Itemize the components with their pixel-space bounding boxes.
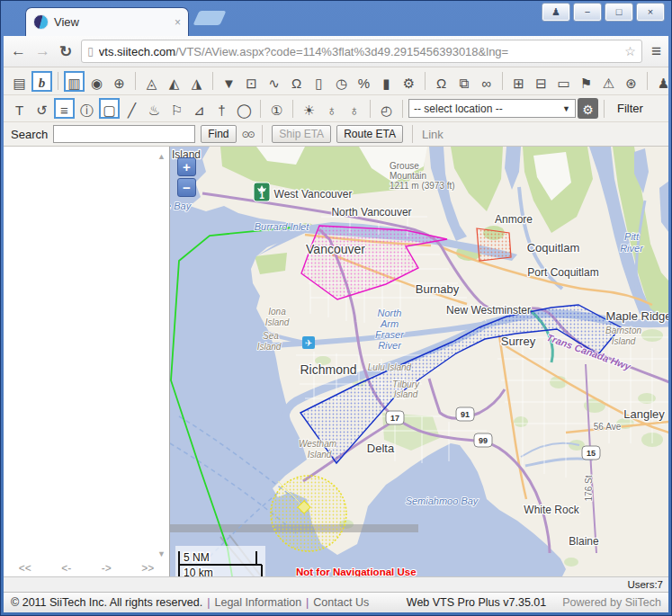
maximize-button[interactable]: □ bbox=[605, 3, 633, 22]
tab-title: View bbox=[54, 15, 169, 29]
svg-text:Fraser: Fraser bbox=[375, 329, 405, 340]
ship-eta-button[interactable]: Ship ETA bbox=[272, 125, 331, 143]
page-prev-button[interactable]: <- bbox=[61, 562, 71, 575]
light-on-button[interactable]: ☀ bbox=[299, 98, 319, 119]
pin-button[interactable]: † bbox=[211, 98, 232, 119]
profile-button[interactable]: ♟ bbox=[542, 3, 570, 22]
message-button[interactable]: ▭ bbox=[553, 71, 574, 92]
page-number-button[interactable]: ① bbox=[266, 98, 287, 119]
engine-button[interactable]: ⚙ bbox=[399, 71, 419, 92]
page-last-button[interactable]: >> bbox=[141, 562, 154, 575]
marquee-select-button[interactable]: ⊡ bbox=[241, 71, 262, 92]
zone-red[interactable] bbox=[477, 228, 511, 261]
back-icon[interactable]: ← bbox=[11, 42, 26, 60]
route-polyline-button[interactable]: ∿ bbox=[264, 71, 284, 92]
svg-text:1: 1 bbox=[259, 191, 264, 201]
light-off-button[interactable]: ♁ bbox=[321, 98, 342, 119]
user-button[interactable]: ♟ bbox=[653, 71, 672, 92]
weather-button[interactable]: ♨ bbox=[144, 98, 165, 119]
powered-by: Powered by SiiTech bbox=[562, 596, 661, 609]
page-first-button[interactable]: << bbox=[19, 562, 31, 575]
route-link-button[interactable]: % bbox=[354, 71, 374, 92]
scroll-up-icon[interactable]: ▲ bbox=[157, 152, 166, 161]
siitech-favicon bbox=[33, 14, 49, 30]
page-icon: ▯ bbox=[87, 45, 94, 58]
browser-tab[interactable]: View × bbox=[25, 7, 189, 36]
address-bar[interactable]: ▯ vts.siitech.com/VTS/AView.aspx?code=11… bbox=[81, 40, 642, 63]
svg-text:Island: Island bbox=[612, 336, 636, 346]
link-label[interactable]: Link bbox=[422, 128, 444, 141]
circle-region-button[interactable]: ◯ bbox=[234, 98, 255, 119]
search-bar: Search Find ⊙⊙ Ship ETA Route ETA Link bbox=[4, 122, 668, 147]
flag-button[interactable]: ⚑ bbox=[576, 71, 596, 92]
world-map-button[interactable]: ◉ bbox=[86, 71, 107, 92]
menu-icon[interactable]: ≡ bbox=[651, 41, 661, 61]
find-button[interactable]: Find bbox=[201, 125, 236, 143]
settings-gear-button[interactable]: ⚙ bbox=[578, 98, 598, 119]
callout-button[interactable]: ▢ bbox=[99, 98, 120, 119]
filter-funnel-button[interactable]: ▼ bbox=[219, 71, 239, 92]
svg-text:Grouse: Grouse bbox=[390, 161, 419, 171]
bing-maps-button[interactable]: b bbox=[31, 71, 52, 92]
tab-close-icon[interactable]: × bbox=[175, 16, 181, 29]
binoculars-icon[interactable]: ⊙⊙ bbox=[242, 129, 254, 139]
zoom-out-button[interactable]: − bbox=[177, 178, 196, 197]
layers-button[interactable]: ▤ bbox=[9, 71, 30, 92]
filter-label[interactable]: Filter bbox=[617, 102, 643, 115]
svg-text:15: 15 bbox=[587, 449, 596, 458]
location-select[interactable]: -- select location -- ▼ bbox=[408, 99, 576, 118]
svg-text:56 Ave: 56 Ave bbox=[594, 422, 622, 432]
undo-button[interactable]: ↺ bbox=[31, 98, 52, 119]
minimize-button[interactable]: − bbox=[573, 3, 602, 22]
gauge-button[interactable]: ◴ bbox=[376, 98, 397, 119]
globe-button[interactable]: ⊕ bbox=[109, 71, 130, 92]
map-canvas[interactable]: ✈ 1 17 91 bbox=[170, 147, 668, 576]
text-label-button[interactable]: T bbox=[9, 98, 30, 119]
lamp-button[interactable]: ♁ bbox=[344, 98, 364, 119]
svg-text:Surrey: Surrey bbox=[501, 335, 536, 348]
history-clock-button[interactable]: ◷ bbox=[331, 71, 352, 92]
map-svg[interactable]: ✈ 1 17 91 bbox=[170, 147, 668, 576]
svg-text:Burrard Inlet: Burrard Inlet bbox=[255, 221, 309, 232]
report-button[interactable]: ▯ bbox=[309, 71, 329, 92]
zone-yellow-circle[interactable] bbox=[271, 476, 346, 551]
url-path: /VTS/AView.aspx?code=114%3flat%3d49.2915… bbox=[175, 45, 508, 58]
svg-text:Semiahmoo Bay: Semiahmoo Bay bbox=[406, 495, 479, 506]
fuel-button[interactable]: ▮ bbox=[376, 71, 397, 92]
outbox-button[interactable]: ⊟ bbox=[531, 71, 551, 92]
chart-button[interactable]: ⊿ bbox=[189, 98, 210, 119]
list-view-button[interactable]: ≡ bbox=[54, 98, 75, 119]
bookmark-star-icon[interactable]: ☆ bbox=[624, 44, 636, 58]
active-alarm-button[interactable]: Ω bbox=[431, 71, 452, 92]
info-button[interactable]: ⓘ bbox=[76, 98, 97, 119]
scroll-down-icon[interactable]: ▼ bbox=[157, 549, 166, 558]
copy-report-button[interactable]: ⧉ bbox=[453, 71, 474, 92]
new-tab-button[interactable] bbox=[193, 11, 226, 25]
search-input[interactable] bbox=[53, 125, 195, 143]
zoom-region-select-button[interactable]: ◭ bbox=[164, 71, 184, 92]
page-next-button[interactable]: -> bbox=[102, 562, 112, 575]
svg-text:White Rock: White Rock bbox=[524, 504, 579, 516]
satellite-button[interactable]: ⊛ bbox=[621, 71, 641, 92]
voicemail-button[interactable]: ∞ bbox=[476, 71, 497, 92]
warning-button[interactable]: ⚠ bbox=[598, 71, 619, 92]
svg-text:Mountain: Mountain bbox=[390, 171, 426, 181]
close-button[interactable]: × bbox=[636, 3, 665, 22]
inbox-button[interactable]: ⊞ bbox=[508, 71, 529, 92]
svg-text:Blaine: Blaine bbox=[569, 535, 599, 548]
alerts-bell-button[interactable]: Ω bbox=[286, 71, 307, 92]
route-eta-button[interactable]: Route ETA bbox=[336, 125, 403, 143]
svg-text:West Vancouver: West Vancouver bbox=[274, 188, 353, 201]
legal-information-link[interactable]: Legal Information bbox=[215, 596, 302, 609]
zoom-in-button[interactable]: + bbox=[177, 157, 196, 176]
zoom-region-button[interactable]: ◬ bbox=[141, 71, 162, 92]
road-map-button[interactable]: ▥ bbox=[64, 71, 85, 92]
signpost-button[interactable]: ⚐ bbox=[166, 98, 187, 119]
search-label: Search bbox=[11, 128, 48, 141]
ruler-button[interactable]: ╱ bbox=[121, 98, 142, 119]
forward-icon[interactable]: → bbox=[35, 42, 50, 60]
zoom-region-list-button[interactable]: ◮ bbox=[186, 71, 207, 92]
refresh-icon[interactable]: ↻ bbox=[59, 42, 72, 61]
contact-us-link[interactable]: Contact Us bbox=[313, 596, 369, 609]
svg-text:17: 17 bbox=[390, 414, 399, 423]
